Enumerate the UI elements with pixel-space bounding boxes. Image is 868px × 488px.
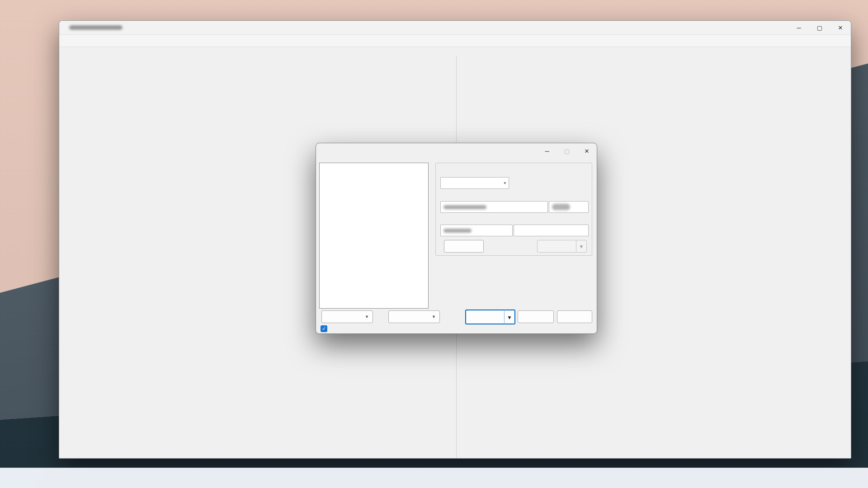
manage-button[interactable]: ▼ — [388, 310, 440, 323]
host-input[interactable] — [440, 201, 548, 213]
taskbar — [0, 468, 868, 488]
window-titlebar[interactable]: ─ ▢ ✕ — [59, 21, 851, 34]
session-groupbox: ▾ ▾ — [435, 163, 592, 256]
advanced-button — [537, 240, 577, 253]
edit-button[interactable] — [444, 240, 484, 253]
protocol-select[interactable]: ▾ — [440, 177, 509, 189]
login-button[interactable] — [465, 310, 506, 324]
username-input[interactable] — [440, 225, 513, 236]
dialog-close-button[interactable]: ✕ — [577, 143, 597, 159]
dialog-minimize-button[interactable]: ─ — [537, 143, 557, 159]
window-minimize-button[interactable]: ─ — [788, 21, 809, 34]
checkbox-checked-icon: ✓ — [321, 325, 327, 332]
window-title — [67, 25, 124, 30]
advanced-dropdown-button: ▾ — [576, 240, 587, 253]
session-list[interactable] — [319, 163, 429, 309]
window-close-button[interactable]: ✕ — [830, 21, 851, 34]
show-login-dialog-checkbox[interactable]: ✓ — [321, 325, 331, 332]
anmeldung-dialog: ─ ▢ ✕ ▾ — [316, 143, 597, 334]
window-maximize-button[interactable]: ▢ — [809, 21, 830, 34]
dialog-titlebar[interactable]: ─ ▢ ✕ — [316, 143, 597, 159]
close-button[interactable] — [518, 310, 554, 323]
help-button[interactable] — [557, 310, 592, 323]
dialog-maximize-button: ▢ — [557, 143, 577, 159]
desktop: ─ ▢ ✕ ─ ▢ ✕ ▾ — [0, 0, 868, 488]
login-dropdown-button[interactable]: ▾ — [504, 310, 515, 324]
password-input[interactable] — [514, 225, 589, 236]
port-input[interactable] — [549, 201, 589, 213]
redacted-title-text — [69, 25, 123, 30]
tools-button[interactable]: ▼ — [321, 310, 373, 323]
